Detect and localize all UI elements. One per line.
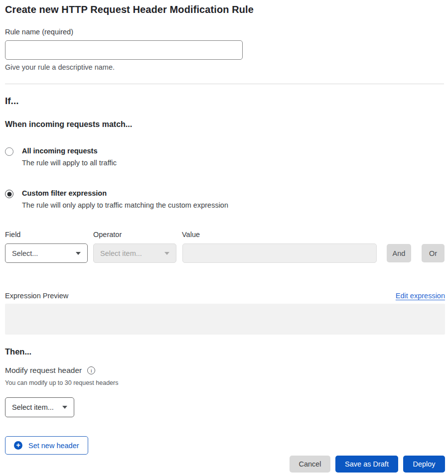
expression-preview-label: Expression Preview — [5, 292, 68, 300]
cancel-button[interactable]: Cancel — [290, 456, 330, 473]
info-icon[interactable] — [87, 366, 95, 374]
expression-preview-header: Expression Preview Edit expression — [5, 292, 445, 300]
option-description: The rule will only apply to traffic matc… — [22, 201, 228, 211]
if-subheading: When incoming requests match... — [5, 120, 445, 129]
set-new-header-button[interactable]: Set new header — [5, 436, 88, 455]
chevron-down-icon — [62, 406, 67, 409]
radio-text: All incoming requests The rule will appl… — [22, 146, 117, 168]
rule-name-helper: Give your rule a descriptive name. — [5, 63, 445, 71]
edit-expression-link[interactable]: Edit expression — [396, 292, 445, 300]
if-heading: If... — [5, 96, 445, 107]
deploy-button[interactable]: Deploy — [403, 456, 445, 473]
and-button[interactable]: And — [387, 244, 411, 262]
match-options-group: All incoming requests The rule will appl… — [5, 146, 445, 210]
radio-text: Custom filter expression The rule will o… — [22, 189, 228, 210]
then-heading: Then... — [5, 347, 445, 357]
operator-select: Select item... — [93, 243, 176, 263]
option-label: All incoming requests — [22, 146, 117, 156]
set-new-header-label: Set new header — [28, 442, 79, 450]
field-select[interactable]: Select... — [5, 243, 88, 263]
page-title: Create new HTTP Request Header Modificat… — [5, 4, 445, 15]
section-divider — [5, 84, 444, 84]
modify-header-row: Modify request header — [5, 366, 445, 375]
option-custom-filter-expression[interactable]: Custom filter expression The rule will o… — [5, 189, 445, 210]
expression-builder: Field Operator Value Select... Select it… — [5, 231, 445, 263]
radio-custom-filter-expression[interactable] — [5, 190, 13, 198]
chevron-down-icon — [76, 252, 81, 255]
footer-actions: Cancel Save as Draft Deploy — [5, 456, 445, 473]
radio-all-incoming-requests[interactable] — [5, 147, 13, 156]
option-label: Custom filter expression — [22, 189, 228, 199]
field-label: Field — [5, 231, 93, 238]
expression-preview-box — [5, 304, 445, 335]
rule-name-input[interactable] — [5, 40, 243, 60]
option-all-incoming-requests[interactable]: All incoming requests The rule will appl… — [5, 146, 445, 168]
option-description: The rule will apply to all traffic — [22, 158, 117, 168]
or-button[interactable]: Or — [422, 244, 445, 262]
builder-labels: Field Operator Value — [5, 231, 445, 238]
builder-row: Select... Select item... And Or — [5, 243, 445, 263]
operator-label: Operator — [93, 231, 182, 238]
value-input — [182, 243, 377, 263]
modify-request-header-label: Modify request header — [5, 366, 82, 375]
header-action-select-value: Select item... — [12, 403, 54, 411]
field-select-value: Select... — [12, 249, 38, 257]
rule-name-label: Rule name (required) — [5, 28, 445, 36]
operator-select-value: Select item... — [100, 249, 142, 257]
header-action-select[interactable]: Select item... — [5, 397, 74, 417]
create-rule-page: Create new HTTP Request Header Modificat… — [0, 0, 448, 476]
plus-circle-icon — [14, 441, 22, 450]
modify-header-helper: You can modify up to 30 request headers — [5, 379, 445, 386]
save-as-draft-button[interactable]: Save as Draft — [335, 456, 398, 473]
chevron-down-icon — [164, 252, 169, 255]
value-label: Value — [182, 231, 200, 238]
